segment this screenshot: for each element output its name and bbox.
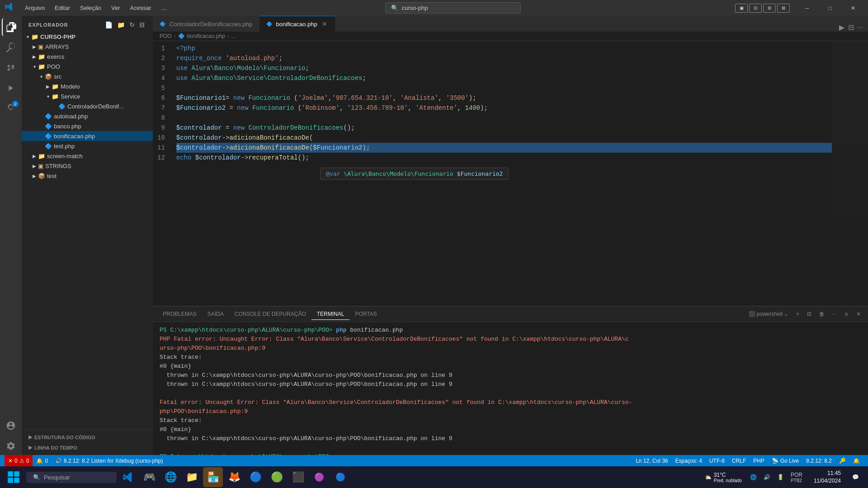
refresh-icon[interactable]: ↻ bbox=[128, 20, 136, 29]
tree-root[interactable]: ▾ 📁 CURSO-PHP bbox=[22, 32, 153, 42]
tree-poo[interactable]: ▾ 📁 POO bbox=[22, 61, 153, 71]
taskbar-app-firefox[interactable]: 🦊 bbox=[224, 467, 244, 487]
tray-network[interactable]: 🌐 bbox=[748, 473, 759, 482]
activity-settings[interactable] bbox=[2, 437, 20, 455]
taskbar-app-phpstorm[interactable]: 🟣 bbox=[309, 467, 329, 487]
status-lineending[interactable]: CRLF bbox=[728, 458, 750, 464]
start-button[interactable] bbox=[2, 468, 25, 486]
menu-ver[interactable]: Ver bbox=[107, 3, 125, 13]
terminal-more-btn[interactable]: ··· bbox=[830, 310, 840, 319]
status-info[interactable]: 🔔 0 bbox=[33, 455, 52, 466]
taskbar-app-chrome[interactable]: 🟢 bbox=[267, 467, 287, 487]
activity-run[interactable] bbox=[2, 79, 20, 97]
terminal-close-btn[interactable]: ✕ bbox=[854, 310, 863, 319]
terminal-split-btn[interactable]: ⊟ bbox=[804, 310, 814, 319]
tab-portas[interactable]: PORTAS bbox=[349, 309, 382, 319]
tree-src[interactable]: ▾ 📦 src bbox=[22, 71, 153, 81]
tab-saida[interactable]: SAÍDA bbox=[202, 309, 229, 319]
collapse-icon[interactable]: ⊟ bbox=[138, 20, 146, 29]
tray-volume[interactable]: 🔊 bbox=[761, 473, 773, 482]
tab-close-button[interactable]: ✕ bbox=[321, 20, 328, 28]
status-version[interactable]: 8.2.12: 8.2 bbox=[802, 458, 835, 464]
tray-battery[interactable]: 🔋 bbox=[775, 473, 786, 482]
status-golive[interactable]: 📡 Go Live bbox=[768, 458, 802, 464]
tree-modelo[interactable]: ▶ 📁 Modelo bbox=[22, 81, 153, 91]
status-language[interactable]: PHP bbox=[750, 458, 768, 464]
more-editor-icon[interactable]: ··· bbox=[858, 23, 863, 32]
tray-keyboard-label: PTB2 bbox=[791, 478, 802, 483]
taskbar-app-vscode[interactable] bbox=[118, 467, 138, 487]
tab-bonificacao[interactable]: 🔷 bonificacao.php ✕ bbox=[259, 16, 335, 32]
tree-exercs[interactable]: ▶ 📁 exercs bbox=[22, 52, 153, 61]
tab-console[interactable]: CONSOLE DE DEPURAÇÃO bbox=[229, 309, 311, 319]
status-spaces[interactable]: Espaços: 4 bbox=[672, 458, 706, 464]
clock-display: 11:45 11/04/2024 bbox=[809, 469, 845, 485]
new-folder-icon[interactable]: 📁 bbox=[116, 20, 126, 29]
tree-service[interactable]: ▾ 📁 Service bbox=[22, 91, 153, 101]
breadcrumb-more[interactable]: ... bbox=[231, 33, 236, 39]
taskbar-search[interactable]: 🔍 Pesquisar bbox=[26, 472, 117, 483]
new-file-icon[interactable]: 📄 bbox=[104, 20, 114, 29]
menu-more[interactable]: ... bbox=[157, 3, 171, 13]
activity-search[interactable] bbox=[2, 38, 20, 56]
tree-controlador[interactable]: 🔷 ControladorDeBonif... bbox=[22, 101, 153, 111]
status-encoding[interactable]: UTF-8 bbox=[706, 458, 728, 464]
activity-extensions[interactable]: 2 bbox=[2, 99, 20, 117]
tree-testfolder[interactable]: ▶ 📦 test bbox=[22, 171, 153, 181]
tree-strings[interactable]: ▶ ▣ STRINGS bbox=[22, 161, 153, 171]
status-key-icon[interactable]: 🔑 bbox=[835, 458, 849, 464]
tree-test[interactable]: 🔷 test.php bbox=[22, 141, 153, 151]
tray-datetime[interactable]: 11:45 11/04/2024 bbox=[807, 468, 848, 486]
sidebar-estrutura[interactable]: ▶ ESTRUTURA DO CÓDIGO bbox=[22, 432, 153, 442]
status-cursor[interactable]: Ln 12, Col 36 bbox=[632, 458, 671, 464]
layout-btn-3[interactable]: ⊞ bbox=[763, 4, 776, 13]
tree-autoload[interactable]: 🔷 autoload.php bbox=[22, 111, 153, 121]
tab-terminal[interactable]: TERMINAL bbox=[311, 309, 350, 320]
taskbar-app-emoji1[interactable]: 🎮 bbox=[139, 467, 159, 487]
tray-language[interactable]: POR PTB2 bbox=[788, 470, 805, 484]
activity-source-control[interactable] bbox=[2, 59, 20, 77]
terminal-add-btn[interactable]: + bbox=[793, 310, 802, 319]
close-button[interactable]: ✕ bbox=[843, 0, 863, 16]
terminal-content[interactable]: PS C:\xampp\htdocs\curso-php\ALURA\curso… bbox=[153, 322, 868, 455]
status-errors[interactable]: ✕ 0 ⚠ 0 bbox=[5, 455, 33, 466]
layout-btn-4[interactable]: ⊠ bbox=[777, 4, 790, 13]
terminal-up-btn[interactable]: ∧ bbox=[842, 310, 851, 319]
sidebar-linha-tempo[interactable]: ▶ LINHA DO TEMPO bbox=[22, 442, 153, 453]
menu-arquivo[interactable]: Arquivo bbox=[20, 3, 49, 13]
taskbar-app-terminal[interactable]: ⬛ bbox=[288, 467, 308, 487]
tree-bonificacao[interactable]: 🔷 bonificacao.php bbox=[22, 131, 153, 141]
tree-arrays[interactable]: ▶ ▣ ARRAYS bbox=[22, 42, 153, 52]
status-notif-icon[interactable]: 🔔 bbox=[849, 458, 863, 464]
terminal-trash-btn[interactable]: 🗑 bbox=[816, 310, 827, 319]
activity-accounts[interactable] bbox=[2, 417, 20, 435]
tree-screenmatch[interactable]: ▶ 📁 screen-match bbox=[22, 151, 153, 161]
split-editor-icon[interactable]: ⊟ bbox=[848, 23, 854, 32]
screenmatch-label: screen-match bbox=[47, 153, 83, 160]
tree-banco[interactable]: 🔷 banco.php bbox=[22, 121, 153, 131]
breadcrumb-file[interactable]: bonificacao.php bbox=[187, 33, 225, 39]
menu-selecao[interactable]: Seleção bbox=[75, 3, 106, 13]
breadcrumb-poo[interactable]: POO bbox=[160, 33, 172, 39]
tab-problemas[interactable]: PROBLEMAS bbox=[157, 309, 202, 319]
global-search-box[interactable]: 🔍 curso-php bbox=[385, 2, 521, 14]
layout-btn-1[interactable]: ▣ bbox=[735, 4, 748, 13]
tab-controlador[interactable]: 🔷 ControladorDeBonificacoes.php bbox=[153, 16, 259, 32]
menu-acessar[interactable]: Acessar bbox=[126, 3, 156, 13]
layout-btn-2[interactable]: ⊟ bbox=[749, 4, 762, 13]
taskbar-app-extra[interactable]: 🔵 bbox=[330, 467, 350, 487]
taskbar-app-browser[interactable]: 🌐 bbox=[160, 467, 180, 487]
clock-date: 11/04/2024 bbox=[814, 477, 841, 485]
tray-notification[interactable]: 💬 bbox=[850, 473, 861, 482]
menu-editar[interactable]: Editar bbox=[50, 3, 75, 13]
status-xdebug[interactable]: 🔊 8.2.12: 8.2 Listen for Xdebug (curso-p… bbox=[52, 455, 166, 466]
taskbar-app-explorer[interactable]: 📁 bbox=[182, 467, 202, 487]
terminal-shell-selector[interactable]: ⬛ powershell ⌄ bbox=[746, 310, 791, 319]
taskbar-app-store[interactable]: 🏪 bbox=[203, 467, 223, 487]
activity-explorer[interactable] bbox=[2, 18, 20, 36]
maximize-button[interactable]: □ bbox=[820, 0, 840, 16]
minimize-button[interactable]: ─ bbox=[797, 0, 817, 16]
code-editor[interactable]: 1 2 3 4 5 6 7 8 9 10 11 12 <?php require… bbox=[153, 41, 868, 306]
run-editor-icon[interactable]: ▶ bbox=[839, 23, 844, 32]
taskbar-app-edge[interactable]: 🔵 bbox=[245, 467, 265, 487]
